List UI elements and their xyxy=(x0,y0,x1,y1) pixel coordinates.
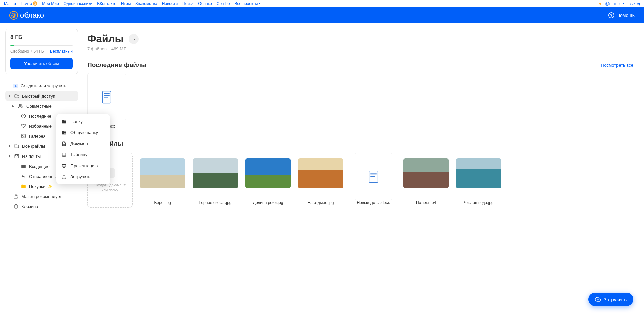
video-thumbnail xyxy=(403,158,449,188)
chevron-down-icon: ▼ xyxy=(8,144,11,148)
help-link[interactable]: ? Помощь xyxy=(608,12,635,18)
menu-item-table[interactable]: Таблицу xyxy=(56,149,110,160)
page-stats: 7 файлов469 МБ xyxy=(87,46,633,51)
topnav-link[interactable]: Игры xyxy=(121,1,131,6)
page-title: Файлы xyxy=(87,33,124,45)
topnav-link[interactable]: Поиск xyxy=(182,1,193,6)
svg-point-12 xyxy=(64,133,66,134)
svg-rect-19 xyxy=(62,164,66,167)
topnav-link[interactable]: ВКонтакте xyxy=(97,1,116,6)
view-all-link[interactable]: Посмотреть все xyxy=(601,63,633,68)
storage-free: Свободно 7.54 ГБ xyxy=(10,49,44,54)
topnav-link[interactable]: Mail.ru xyxy=(4,1,16,6)
trash-icon xyxy=(13,204,19,209)
chevron-down-icon: ▼ xyxy=(8,94,11,98)
image-thumbnail xyxy=(298,158,343,188)
svg-point-3 xyxy=(22,135,23,136)
chevron-down-icon xyxy=(623,3,625,5)
image-thumbnail xyxy=(140,158,185,188)
files-grid: + Создать документ или папку Берег.jpg Г… xyxy=(87,153,633,208)
menu-item-folder[interactable]: Папку xyxy=(56,116,110,127)
thumbs-up-icon xyxy=(13,194,19,199)
file-tile[interactable]: На отдыхе.jpg xyxy=(298,153,343,208)
help-icon: ? xyxy=(608,12,614,18)
logo[interactable]: @ облако xyxy=(9,11,44,20)
sidebar-trash[interactable]: Корзина xyxy=(5,201,78,211)
presentation-icon xyxy=(62,164,66,168)
logo-icon: @ xyxy=(9,11,18,20)
forward-button[interactable]: → xyxy=(129,34,139,44)
app-header: @ облако ? Помощь xyxy=(0,7,644,23)
file-tile[interactable]: Горное озе… .jpg xyxy=(193,153,238,208)
image-thumbnail xyxy=(456,158,501,188)
menu-item-shared-folder[interactable]: Общую папку xyxy=(56,127,110,138)
account-email[interactable]: @mail.ru xyxy=(605,1,625,6)
svg-rect-9 xyxy=(370,173,377,174)
sparkle-icon: ✨ xyxy=(48,185,52,188)
clock-icon xyxy=(21,113,26,119)
topnav-link[interactable]: Одноклассники xyxy=(64,1,93,6)
topnav-right: @mail.ru выход xyxy=(599,1,640,6)
svg-rect-10 xyxy=(370,175,377,175)
chevron-right-icon: ▶ xyxy=(12,104,15,108)
menu-item-upload[interactable]: Загрузить xyxy=(56,171,110,182)
file-name: Берег.jpg xyxy=(140,200,185,205)
logout-link[interactable]: выход xyxy=(629,1,640,6)
sidebar-quick-access[interactable]: ▼ Быстрый доступ xyxy=(5,91,78,101)
file-tile[interactable]: Чистая вода.jpg xyxy=(456,153,501,208)
sidebar-recommends[interactable]: Mail.ru рекомендует xyxy=(5,191,78,201)
mail-badge: 2 xyxy=(33,1,37,6)
file-tile[interactable]: Долина реки.jpg xyxy=(245,153,291,208)
storage-size: 8 ГБ xyxy=(10,34,73,41)
image-thumbnail xyxy=(245,158,291,188)
file-name: Горное озе… .jpg xyxy=(193,200,238,205)
table-icon xyxy=(62,152,66,157)
svg-rect-11 xyxy=(370,176,375,177)
folder-icon xyxy=(14,143,19,149)
reply-icon xyxy=(21,174,26,179)
file-name: Долина реки.jpg xyxy=(245,200,291,205)
image-icon xyxy=(21,133,26,139)
file-tile[interactable]: Новый до… .docx xyxy=(351,153,396,208)
plus-icon: + xyxy=(13,84,18,88)
create-menu: Папку Общую папку Документ Таблицу Презе… xyxy=(56,114,110,184)
recent-files-row: о… .docx xyxy=(87,73,633,129)
arrow-right-icon: → xyxy=(131,36,136,42)
file-tile[interactable]: Полет.mp4 xyxy=(403,153,449,208)
all-files-section-title: Все файлы xyxy=(87,140,633,147)
topnav-link-projects[interactable]: Все проекты xyxy=(234,1,261,6)
folder-icon xyxy=(62,119,66,124)
topnav-link[interactable]: Мой Мир xyxy=(42,1,59,6)
file-name: Полет.mp4 xyxy=(403,200,449,205)
sidebar-shared[interactable]: ▶ Совместные xyxy=(5,101,78,111)
document-icon xyxy=(62,141,66,146)
inbox-icon xyxy=(21,164,26,169)
logo-text: облако xyxy=(20,11,44,20)
recent-section-title: Последние файлы xyxy=(87,61,146,69)
upgrade-button[interactable]: Увеличить объем xyxy=(10,58,73,69)
svg-rect-7 xyxy=(104,97,108,97)
chevron-down-icon: ▼ xyxy=(8,154,11,158)
topnav-link-mail[interactable]: Почта2 xyxy=(21,1,37,6)
image-thumbnail xyxy=(193,158,238,188)
main-content: Файлы → 7 файлов469 МБ Последние файлы П… xyxy=(83,23,644,217)
topnav-link[interactable]: Облако xyxy=(198,1,212,6)
topnav-link[interactable]: Новости xyxy=(162,1,178,6)
menu-item-presentation[interactable]: Презентацию xyxy=(56,160,110,171)
svg-rect-6 xyxy=(104,95,110,96)
topnav: Mail.ru Почта2 Мой Мир Одноклассники ВКо… xyxy=(0,0,644,7)
sidebar-create[interactable]: + Создать или загрузить xyxy=(5,81,78,91)
heart-icon xyxy=(21,123,26,129)
topnav-link[interactable]: Знакомства xyxy=(135,1,157,6)
file-name: Новый до… .docx xyxy=(351,200,396,205)
file-tile[interactable]: Берег.jpg xyxy=(140,153,185,208)
status-dot-icon xyxy=(599,3,601,5)
menu-item-document[interactable]: Документ xyxy=(56,138,110,149)
file-name: На отдыхе.jpg xyxy=(298,200,343,205)
topnav-link[interactable]: Combo xyxy=(217,1,230,6)
storage-bar xyxy=(10,45,73,46)
storage-plan[interactable]: Бесплатный xyxy=(50,49,73,54)
shared-folder-icon xyxy=(62,130,66,135)
svg-rect-5 xyxy=(104,93,110,94)
topnav-left: Mail.ru Почта2 Мой Мир Одноклассники ВКо… xyxy=(4,1,261,6)
